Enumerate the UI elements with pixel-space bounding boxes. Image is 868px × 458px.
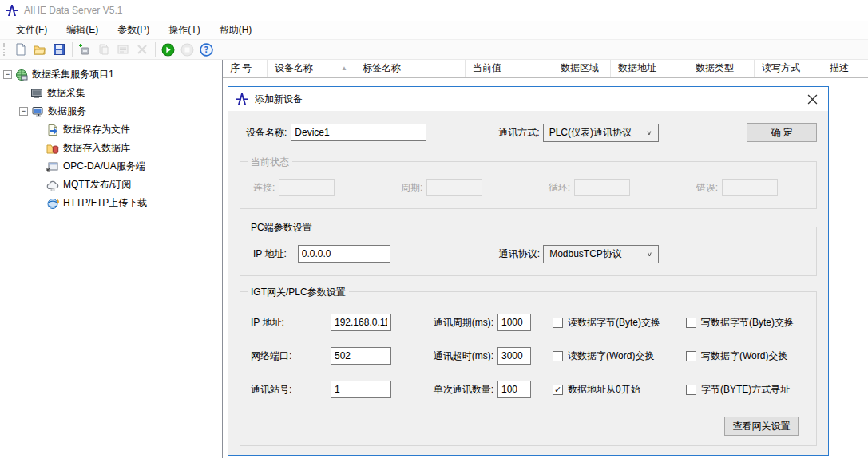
connect-label: 连接:: [253, 181, 275, 195]
http-globe-icon: [46, 197, 59, 210]
checkbox-icon[interactable]: ✓: [686, 318, 696, 328]
copy-icon: [96, 41, 112, 57]
new-file-icon[interactable]: [13, 41, 29, 57]
pc-params-group-title: PC端参数设置: [248, 221, 315, 235]
menu-operate[interactable]: 操作(T): [159, 21, 209, 39]
project-icon: [15, 69, 28, 81]
tree-item-save-to-file[interactable]: 数据保存为文件: [0, 120, 222, 139]
column-header-current-value[interactable]: 当前值: [466, 60, 553, 77]
column-header-index[interactable]: 序 号: [223, 60, 268, 77]
tree-item-label: 数据存入数据库: [63, 141, 130, 155]
comm-period-label: 通讯周期(ms):: [412, 316, 493, 330]
view-gateway-settings-button[interactable]: 查看网关设置: [724, 417, 799, 436]
collapse-icon[interactable]: −: [19, 107, 28, 116]
dialog-titlebar: 添加新设备: [228, 87, 828, 111]
column-header-data-address[interactable]: 数据地址: [611, 60, 688, 77]
address-from-zero-checkbox[interactable]: ✓ 数据地址从0开始: [553, 383, 686, 397]
error-field: [722, 179, 778, 196]
svg-text:?: ?: [204, 45, 208, 54]
add-device-icon[interactable]: [77, 41, 93, 57]
net-port-input[interactable]: [331, 347, 391, 365]
tree-item-opc-server[interactable]: OPC-DA/UA服务端: [0, 157, 222, 176]
comm-period-input[interactable]: [497, 314, 531, 331]
loop-label: 循环:: [549, 181, 570, 195]
byte-addressing-checkbox[interactable]: ✓ 字节(BYTE)方式寻址: [686, 383, 790, 397]
gateway-params-group: IGT网关/PLC参数设置 IP 地址: 通讯周期(ms): ✓ 读数据字节(B…: [240, 291, 817, 446]
checkbox-icon[interactable]: ✓: [553, 318, 563, 328]
connect-field: [279, 179, 335, 196]
station-no-input[interactable]: [331, 381, 391, 398]
gw-ip-label: IP 地址:: [251, 316, 331, 330]
comm-timeout-label: 通讯超时(ms):: [412, 349, 493, 363]
project-tree-panel: − 数据采集服务项目1 数据采集 − 数据服务 数据保存为文件 数据存入数据库: [0, 60, 223, 458]
help-icon[interactable]: ?: [198, 41, 214, 57]
menu-params[interactable]: 参数(P): [108, 21, 159, 39]
tree-item-label: 数据服务: [48, 105, 86, 118]
ok-button[interactable]: 确 定: [747, 123, 817, 142]
pc-params-group: PC端参数设置 IP 地址: 通讯协议: ModbusTCP协议 ∨: [240, 227, 817, 276]
column-header-tag-name[interactable]: 标签名称: [355, 60, 466, 77]
pc-ip-label: IP 地址:: [253, 247, 287, 261]
chevron-down-icon: ∨: [646, 129, 652, 136]
tree-item-save-to-database[interactable]: 数据存入数据库: [0, 139, 222, 157]
column-header-data-area[interactable]: 数据区域: [553, 60, 611, 77]
protocol-select[interactable]: ModbusTCP协议 ∨: [543, 245, 659, 263]
column-header-description[interactable]: 描述: [822, 60, 868, 77]
column-header-data-type[interactable]: 数据类型: [688, 60, 755, 77]
save-file-icon: [46, 124, 59, 136]
collapse-icon[interactable]: −: [3, 70, 12, 79]
close-icon[interactable]: [796, 87, 828, 111]
tree-item-label: 数据采集服务项目1: [32, 68, 114, 81]
error-label: 错误:: [696, 181, 718, 195]
properties-icon: [115, 41, 131, 57]
start-icon[interactable]: [160, 41, 176, 57]
comm-mode-select[interactable]: PLC(仪表)通讯协议 ∨: [543, 124, 659, 142]
station-no-label: 通讯站号:: [251, 383, 331, 397]
device-name-label: 设备名称:: [246, 126, 287, 140]
gateway-row-1: IP 地址: 通讯周期(ms): ✓ 读数据字节(Byte)交换 ✓ 写数据字节…: [240, 313, 816, 332]
tree-item-label: HTTP/FTP上传下载: [63, 196, 147, 210]
dialog-app-icon: [236, 93, 248, 105]
gateway-row-2: 网络端口: 通讯超时(ms): ✓ 读数据字(Word)交换 ✓ 写数据字(Wo…: [240, 346, 816, 365]
tree-item-data-service[interactable]: − 数据服务: [0, 102, 222, 120]
checkbox-icon[interactable]: ✓: [553, 351, 563, 361]
menu-file[interactable]: 文件(F): [6, 21, 57, 39]
stop-icon: [179, 41, 195, 57]
checkbox-icon[interactable]: ✓: [686, 351, 696, 361]
checkbox-icon[interactable]: ✓: [686, 385, 696, 395]
period-label: 周期:: [401, 181, 422, 195]
write-byte-swap-checkbox[interactable]: ✓ 写数据字节(Byte)交换: [686, 316, 794, 330]
comm-timeout-input[interactable]: [497, 347, 531, 365]
capture-icon: [30, 87, 43, 100]
app-logo-icon: [6, 4, 18, 17]
open-folder-icon[interactable]: [32, 41, 48, 57]
grid-header: 序 号 设备名称▲ 标签名称 当前值 数据区域 数据地址 数据类型 读写方式 描…: [223, 60, 868, 78]
tree-item-http-ftp[interactable]: HTTP/FTP上传下载: [0, 194, 222, 212]
device-name-input[interactable]: [291, 124, 426, 141]
read-byte-swap-checkbox[interactable]: ✓ 读数据字节(Byte)交换: [553, 316, 686, 330]
period-field: [426, 179, 482, 196]
pc-ip-input[interactable]: [298, 245, 390, 263]
save-icon[interactable]: [51, 41, 67, 57]
batch-count-input[interactable]: [497, 381, 531, 398]
gateway-params-group-title: IGT网关/PLC参数设置: [248, 286, 349, 299]
protocol-label: 通讯协议:: [499, 247, 540, 261]
tree-item-data-capture[interactable]: 数据采集: [0, 84, 222, 102]
checkbox-checked-icon[interactable]: ✓: [553, 385, 563, 395]
write-word-swap-checkbox[interactable]: ✓ 写数据字(Word)交换: [686, 349, 787, 363]
delete-icon: [134, 41, 150, 57]
tree-item-mqtt[interactable]: MQTT发布/订阅: [0, 176, 222, 194]
column-header-rw-mode[interactable]: 读写方式: [755, 60, 822, 77]
gw-ip-input[interactable]: [331, 314, 391, 331]
toolbar-separator: [72, 42, 73, 57]
service-icon: [31, 105, 44, 118]
menu-help[interactable]: 帮助(H): [210, 21, 262, 39]
read-word-swap-checkbox[interactable]: ✓ 读数据字(Word)交换: [553, 349, 686, 363]
toolbar-separator: [155, 42, 156, 57]
mqtt-cloud-icon: [46, 179, 59, 191]
column-header-device-name[interactable]: 设备名称▲: [268, 60, 355, 77]
menu-edit[interactable]: 编辑(E): [57, 21, 108, 39]
tree-item-project-root[interactable]: − 数据采集服务项目1: [0, 65, 222, 84]
database-icon: [46, 142, 59, 155]
window-titlebar: AIHE Data Server V5.1: [0, 0, 868, 21]
